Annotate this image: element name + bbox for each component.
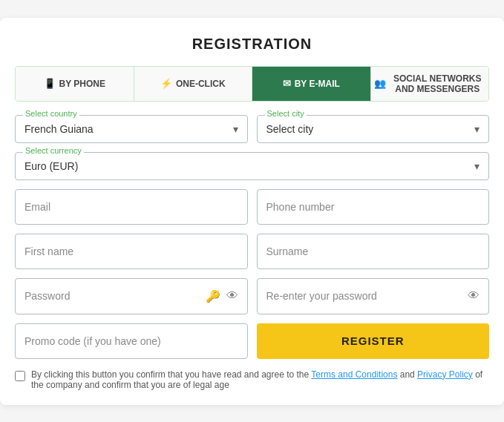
- name-row: [15, 234, 489, 269]
- email-phone-row: [15, 189, 489, 225]
- phone-input[interactable]: [266, 201, 480, 213]
- currency-field: Select currency Euro (EUR): [15, 152, 489, 180]
- phone-icon: 📱: [44, 78, 56, 89]
- firstname-wrap: [15, 234, 248, 269]
- lightning-icon: ⚡: [160, 78, 172, 89]
- tab-social[interactable]: 👥 SOCIAL NETWORKS AND MESSENGERS: [371, 67, 489, 101]
- tab-bar: 📱 BY PHONE ⚡ ONE-CLICK ✉ BY E-MAIL 👥 SOC…: [15, 66, 489, 102]
- eye-icon[interactable]: 👁: [226, 289, 238, 303]
- repassword-input[interactable]: [266, 290, 468, 302]
- registration-card: REGISTRATION 📱 BY PHONE ⚡ ONE-CLICK ✉ BY…: [0, 18, 504, 405]
- currency-row: Select currency Euro (EUR): [15, 152, 489, 180]
- tab-one-click[interactable]: ⚡ ONE-CLICK: [134, 67, 253, 101]
- city-select-wrap: Select city: [266, 122, 480, 136]
- surname-wrap: [257, 234, 490, 269]
- city-select[interactable]: Select city: [266, 122, 480, 136]
- repassword-icons: 👁: [468, 289, 480, 303]
- promo-wrap: [15, 323, 248, 359]
- social-icon: 👥: [374, 78, 386, 89]
- password-icons: 🔑 👁: [206, 289, 238, 303]
- password-input[interactable]: [24, 290, 206, 302]
- country-select-wrap: French Guiana: [24, 122, 238, 136]
- promo-input[interactable]: [24, 335, 238, 347]
- currency-label: Select currency: [23, 146, 84, 155]
- privacy-link[interactable]: Privacy Policy: [417, 369, 473, 380]
- promo-register-row: REGISTER: [15, 323, 489, 359]
- password-row: 🔑 👁 👁: [15, 278, 489, 314]
- city-label: Select city: [265, 109, 307, 118]
- terms-row: By clicking this button you confirm that…: [15, 369, 489, 390]
- terms-text: By clicking this button you confirm that…: [31, 369, 489, 390]
- register-button[interactable]: REGISTER: [257, 323, 490, 359]
- password-wrap: 🔑 👁: [15, 278, 248, 314]
- city-field: Select city Select city: [257, 115, 490, 143]
- terms-link[interactable]: Terms and Conditions: [311, 369, 397, 380]
- eye-icon-2[interactable]: 👁: [468, 289, 480, 303]
- country-select[interactable]: French Guiana: [24, 122, 238, 136]
- tab-by-phone[interactable]: 📱 BY PHONE: [16, 67, 134, 101]
- page-title: REGISTRATION: [15, 36, 489, 53]
- currency-select[interactable]: Euro (EUR): [24, 159, 480, 174]
- repassword-wrap: 👁: [257, 278, 490, 314]
- key-icon[interactable]: 🔑: [206, 289, 220, 303]
- country-label: Select country: [23, 109, 79, 118]
- country-field: Select country French Guiana: [15, 115, 248, 143]
- tab-by-email[interactable]: ✉ BY E-MAIL: [252, 67, 371, 101]
- firstname-input[interactable]: [24, 245, 238, 257]
- email-icon: ✉: [283, 78, 291, 89]
- currency-select-wrap: Euro (EUR): [24, 159, 480, 174]
- email-wrap: [15, 189, 248, 225]
- country-city-row: Select country French Guiana Select city…: [15, 115, 489, 143]
- phone-wrap: [257, 189, 490, 225]
- surname-input[interactable]: [266, 245, 480, 257]
- terms-checkbox[interactable]: [15, 371, 25, 381]
- email-input[interactable]: [24, 201, 238, 213]
